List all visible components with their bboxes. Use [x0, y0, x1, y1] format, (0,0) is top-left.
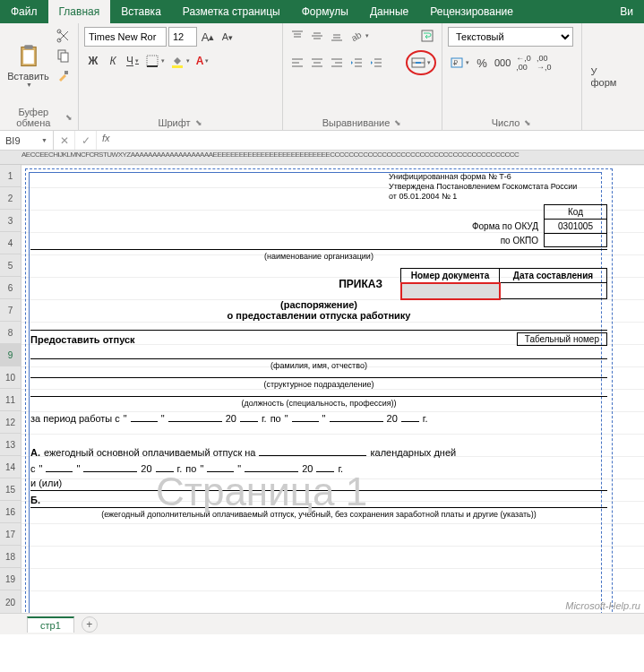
outdent-icon	[349, 56, 364, 70]
align-top-icon	[290, 29, 305, 43]
row-header-13[interactable]: 13	[0, 434, 21, 456]
row-header-15[interactable]: 15	[0, 478, 21, 501]
align-middle-button[interactable]	[308, 27, 326, 45]
align-right-button[interactable]	[328, 54, 346, 72]
row-header-3[interactable]: 3	[0, 210, 21, 232]
enter-formula-button[interactable]: ✓	[75, 131, 97, 150]
align-top-button[interactable]	[288, 27, 306, 45]
tab-review[interactable]: Рецензирование	[419, 0, 524, 23]
align-bottom-icon	[330, 29, 344, 43]
fill-color-button[interactable]: ▾	[168, 52, 192, 70]
row-header-7[interactable]: 7	[0, 299, 21, 322]
align-bottom-button[interactable]	[328, 27, 346, 45]
percent-button[interactable]: %	[473, 54, 491, 72]
dialog-launcher-icon[interactable]: ⬊	[523, 118, 532, 127]
row-header-12[interactable]: 12	[0, 411, 21, 434]
comma-button[interactable]: 000	[493, 54, 512, 72]
formula-input[interactable]	[116, 131, 644, 150]
underline-button[interactable]: Ч▾	[124, 52, 142, 70]
font-size-select[interactable]	[168, 27, 197, 47]
row-header-4[interactable]: 4	[0, 232, 21, 254]
wrap-text-button[interactable]	[418, 27, 436, 45]
order-title: ПРИКАЗ	[30, 278, 393, 290]
cut-button[interactable]	[55, 27, 73, 45]
row-header-17[interactable]: 17	[0, 523, 21, 546]
tab-insert[interactable]: Вставка	[110, 0, 172, 23]
paste-button[interactable]: Вставить ▼	[5, 27, 51, 105]
tab-home[interactable]: Главная	[48, 0, 111, 23]
row-header-8[interactable]: 8	[0, 322, 21, 344]
merge-center-button[interactable]: ▾	[409, 54, 433, 72]
currency-icon: ₽	[450, 56, 464, 70]
format-painter-button[interactable]	[55, 66, 73, 84]
tab-data[interactable]: Данные	[359, 0, 419, 23]
row-header-14[interactable]: 14	[0, 456, 21, 478]
group-cut: У форм	[582, 23, 618, 130]
svg-rect-6	[61, 53, 68, 62]
dialog-launcher-icon[interactable]: ⬊	[65, 113, 73, 122]
number-format-select[interactable]: Текстовый	[448, 27, 573, 47]
row-header-16[interactable]: 16	[0, 501, 21, 523]
tab-formulas[interactable]: Формулы	[291, 0, 359, 23]
add-sheet-button[interactable]: +	[82, 616, 98, 633]
sheet-tab-1[interactable]: стр1	[27, 616, 74, 633]
align-left-button[interactable]	[288, 54, 306, 72]
row-header-18[interactable]: 18	[0, 546, 21, 568]
row-header-6[interactable]: 6	[0, 277, 21, 299]
align-left-icon	[290, 56, 305, 70]
tab-page-layout[interactable]: Разметка страницы	[172, 0, 291, 23]
row-header-5[interactable]: 5	[0, 254, 21, 277]
row-header-2[interactable]: 2	[0, 187, 21, 210]
accounting-button[interactable]: ₽▾	[448, 54, 471, 72]
increase-decimal-button[interactable]: ←,0,00	[514, 52, 533, 73]
row-header-19[interactable]: 19	[0, 568, 21, 590]
svg-rect-1	[24, 45, 32, 49]
row-header-9[interactable]: 9	[0, 344, 21, 366]
name-box[interactable]: BI9▼	[0, 131, 54, 150]
row-header-20[interactable]: 20	[0, 590, 21, 616]
copy-button[interactable]	[55, 47, 73, 65]
bucket-icon	[170, 54, 185, 68]
row-header-10[interactable]: 10	[0, 366, 21, 389]
svg-rect-10	[172, 65, 183, 68]
borders-button[interactable]: ▾	[143, 52, 167, 70]
merge-highlight: ▾	[406, 50, 436, 75]
italic-button[interactable]: К	[104, 52, 122, 70]
dialog-launcher-icon[interactable]: ⬊	[194, 118, 203, 127]
grid-area[interactable]: Унифицированная форма № Т-6 Утверждена П…	[21, 165, 644, 634]
codes-table: Код Форма по ОКУД0301005 по ОКПО	[465, 204, 607, 247]
decrease-decimal-button[interactable]: ,00→,0	[535, 52, 554, 73]
svg-text:ab: ab	[349, 30, 364, 43]
column-headers[interactable]: AECCEECHIJKLMNCFCRSTUWXYZAAAAAAAAAAAAAAA…	[0, 151, 644, 165]
grow-font-button[interactable]: A▴	[199, 28, 217, 46]
copy-icon	[56, 48, 71, 63]
decrease-indent-button[interactable]	[348, 54, 365, 72]
tab-file[interactable]: Файл	[0, 0, 48, 23]
wrap-icon	[420, 29, 434, 43]
font-color-button[interactable]: А▾	[193, 52, 211, 70]
svg-rect-2	[23, 50, 34, 64]
fx-icon[interactable]: fx	[97, 131, 116, 150]
bold-button[interactable]: Ж	[84, 52, 102, 70]
active-cell[interactable]	[401, 283, 500, 299]
increase-indent-button[interactable]	[367, 54, 385, 72]
form-date: от 05.01.2004 № 1	[389, 192, 607, 202]
shrink-font-button[interactable]: A▾	[219, 28, 236, 46]
chevron-down-icon: ▼	[41, 137, 47, 143]
row-header-11[interactable]: 11	[0, 389, 21, 411]
dialog-launcher-icon[interactable]: ⬊	[393, 118, 402, 127]
row-header-1[interactable]: 1	[0, 165, 21, 187]
font-name-select[interactable]	[84, 27, 167, 47]
align-center-icon	[310, 56, 324, 70]
tab-view-cut[interactable]: Ви	[609, 0, 644, 23]
cancel-formula-button[interactable]: ✕	[54, 131, 75, 150]
border-icon	[145, 54, 159, 68]
sheet-tabs: стр1 +	[0, 613, 644, 634]
ribbon-tabs: Файл Главная Вставка Разметка страницы Ф…	[0, 0, 644, 23]
watermark-logo: Microsoft-Help.ru	[565, 600, 640, 611]
formula-bar: BI9▼ ✕ ✓ fx	[0, 131, 644, 151]
align-center-button[interactable]	[308, 54, 326, 72]
align-middle-icon	[310, 29, 324, 43]
cond-format-stub[interactable]: У форм	[584, 27, 623, 126]
orientation-button[interactable]: ab▾	[348, 27, 371, 45]
